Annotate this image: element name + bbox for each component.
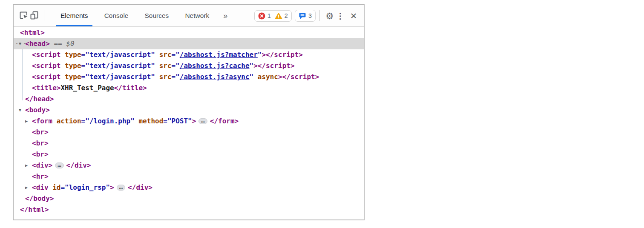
token-tag: </html>	[20, 205, 49, 214]
tree-row-div-anonymous[interactable]: ▶<div>…</div>	[14, 160, 364, 171]
token-tag: <head>	[25, 40, 50, 48]
chevron-down-icon[interactable]: ▼	[19, 108, 21, 112]
token-attr: type	[60, 73, 81, 81]
tree-row-script-async[interactable]: <script type="text/javascript" src="/abs…	[14, 71, 364, 83]
token-val: ="text/javascript"	[81, 51, 155, 59]
close-devtools-icon[interactable]: ×	[348, 10, 359, 22]
tree-row-form-login[interactable]: ▶<form action="/login.php" method="POST"…	[14, 116, 364, 127]
tab-sources[interactable]: Sources	[143, 5, 171, 26]
token-tag: >	[110, 183, 114, 191]
token-val: "	[250, 62, 254, 70]
tree-row-html-open[interactable]: <html>	[14, 27, 364, 38]
error-count: 1	[267, 12, 271, 19]
devtools-window: Elements Console Sources Network » 1	[13, 4, 365, 220]
tree-row-div-login-rsp[interactable]: ▶<div id="login_rsp">…</div>	[14, 182, 364, 193]
token-attr: type	[60, 62, 81, 70]
token-tag: <script	[32, 51, 60, 59]
tree-row-script-matcher[interactable]: <script type="text/javascript" src="/abs…	[14, 49, 364, 60]
token-tag: <div>	[32, 161, 52, 169]
elements-tree: <html>···▼<head> == $0<script type="text…	[14, 27, 364, 215]
token-tag: <title>	[32, 84, 60, 92]
token-attr: id	[49, 183, 61, 191]
token-tag: </title>	[114, 84, 147, 92]
kebab-menu-icon[interactable]: ⋮	[336, 10, 345, 22]
tab-network[interactable]: Network	[183, 5, 211, 26]
token-attr: src	[155, 62, 172, 70]
warning-count: 2	[285, 12, 288, 19]
tab-elements[interactable]: Elements	[59, 5, 90, 26]
token-link[interactable]: /abshost.js?cache	[180, 62, 250, 70]
token-tag: ></script>	[253, 62, 294, 70]
tree-row-body-open[interactable]: ▼<body>	[14, 105, 364, 116]
tree-row-hr[interactable]: <hr>	[14, 171, 364, 182]
tree-row-br-3[interactable]: <br>	[14, 149, 364, 160]
toggle-device-toolbar-button[interactable]	[29, 10, 40, 21]
token-val: ="/login.php"	[81, 117, 135, 125]
token-tag: <hr>	[32, 172, 49, 180]
token-tag: <br>	[32, 139, 49, 147]
error-icon	[258, 12, 265, 20]
token-attr: method	[135, 117, 163, 125]
issues-button[interactable]: 3	[295, 10, 316, 22]
token-link[interactable]: /abshost.js?matcher	[180, 51, 258, 59]
tree-row-br-2[interactable]: <br>	[14, 138, 364, 149]
chevron-right-icon[interactable]: ▶	[25, 119, 28, 123]
inline-expand-button[interactable]: …	[55, 162, 63, 168]
toolbar-divider	[44, 10, 44, 21]
token-val: ="POST"	[163, 117, 192, 125]
device-toolbar-icon	[29, 10, 40, 22]
token-val: ="text/javascript"	[81, 73, 155, 81]
token-tag: <div	[32, 183, 49, 191]
token-val: ="text/javascript"	[81, 62, 155, 70]
token-tag: </div>	[66, 161, 91, 169]
tab-console[interactable]: Console	[103, 5, 130, 26]
devtools-toolbar: Elements Console Sources Network » 1	[14, 5, 364, 27]
tree-row-head-open[interactable]: ···▼<head> == $0	[14, 38, 364, 49]
token-tag: <script	[32, 73, 60, 81]
token-tag: <html>	[20, 28, 45, 37]
token-val: ="	[172, 62, 180, 70]
tree-row-title[interactable]: <title>XHR_Test_Page</title>	[14, 83, 364, 94]
chevron-right-icon[interactable]: ▶	[25, 163, 28, 168]
token-tag: <br>	[32, 128, 49, 136]
token-meta: == $0	[50, 40, 75, 48]
inline-expand-button[interactable]: …	[198, 118, 207, 124]
tree-row-head-close[interactable]: </head>	[14, 94, 364, 105]
inline-expand-button[interactable]: …	[117, 185, 125, 191]
token-attr: src	[155, 51, 172, 59]
token-attr: action	[52, 117, 81, 125]
token-tag: <body>	[25, 106, 50, 114]
tree-row-body-close[interactable]: </body>	[14, 193, 364, 204]
settings-gear-icon[interactable]: ⚙	[324, 10, 336, 22]
message-bubble-icon	[299, 12, 306, 20]
inspect-element-button[interactable]	[18, 10, 29, 21]
more-tabs-button[interactable]: »	[221, 11, 229, 21]
console-errors-warnings-button[interactable]: 1 2	[254, 10, 292, 22]
toolbar-divider	[319, 10, 320, 21]
issues-count: 3	[308, 12, 312, 19]
token-tag: ></script>	[262, 51, 302, 59]
tree-row-html-close[interactable]: </html>	[14, 204, 364, 215]
token-val: "	[250, 73, 254, 81]
token-attr: async	[253, 73, 278, 81]
chevron-right-icon[interactable]: ▶	[25, 185, 28, 190]
token-tag: <script	[32, 62, 60, 70]
token-val: ="	[172, 73, 180, 81]
chevron-down-icon[interactable]: ▼	[19, 42, 21, 46]
tree-row-script-cache[interactable]: <script type="text/javascript" src="/abs…	[14, 60, 364, 71]
tree-row-br-1[interactable]: <br>	[14, 127, 364, 138]
token-tag: >	[192, 117, 196, 125]
token-attr: type	[60, 51, 81, 59]
token-tag: ></script>	[278, 73, 319, 81]
token-tag: </head>	[25, 95, 54, 103]
warning-icon	[275, 12, 282, 20]
token-val: ="	[172, 51, 180, 59]
panel-tabs: Elements Console Sources Network	[52, 5, 217, 26]
token-tag: </form>	[210, 117, 239, 125]
token-tag: </div>	[128, 183, 152, 191]
token-val: ="login_rsp"	[60, 183, 110, 191]
token-link[interactable]: /abshost.js?async	[180, 73, 250, 81]
inspect-cursor-icon	[18, 10, 29, 22]
token-attr: src	[155, 73, 172, 81]
token-tag: <form	[32, 117, 52, 125]
